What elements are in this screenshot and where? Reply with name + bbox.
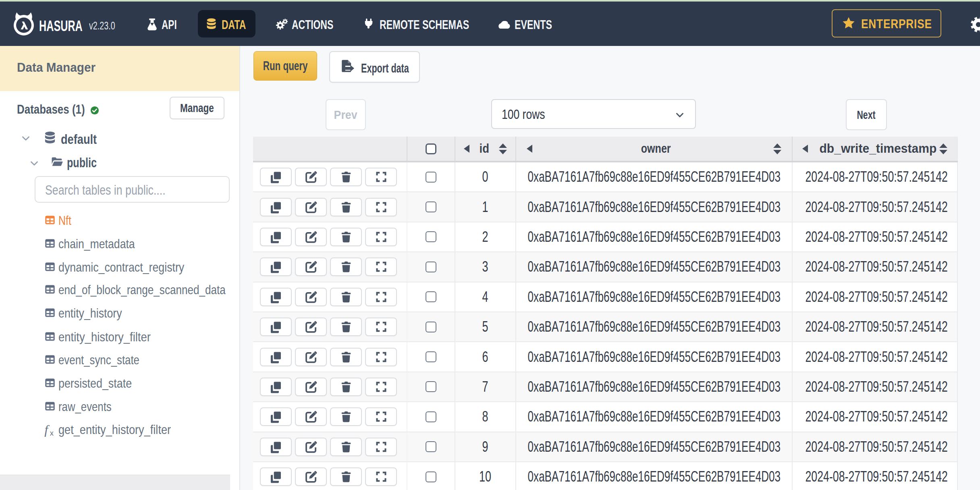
svg-text:x: x bbox=[50, 429, 54, 437]
svg-text:f: f bbox=[44, 423, 50, 437]
